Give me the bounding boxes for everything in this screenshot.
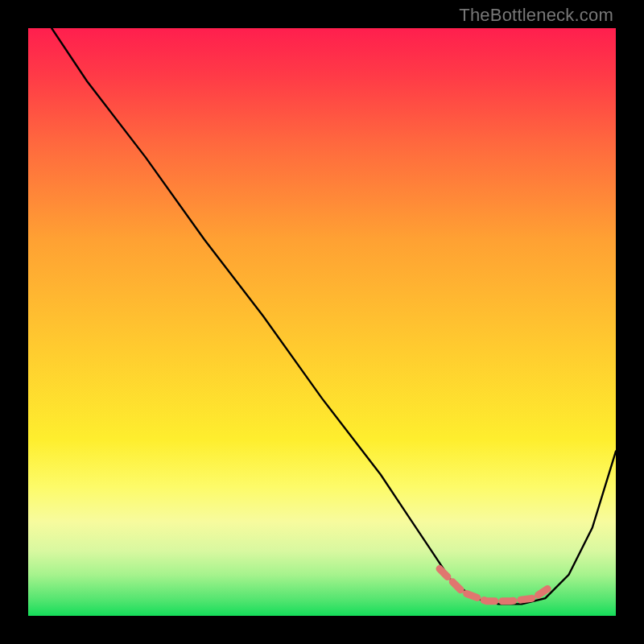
attribution-text: TheBottleneck.com bbox=[459, 5, 613, 26]
optimal-range-path bbox=[440, 569, 551, 601]
bottleneck-curve-path bbox=[52, 28, 616, 604]
chart-svg bbox=[28, 28, 616, 616]
chart-plot-area bbox=[28, 28, 616, 616]
